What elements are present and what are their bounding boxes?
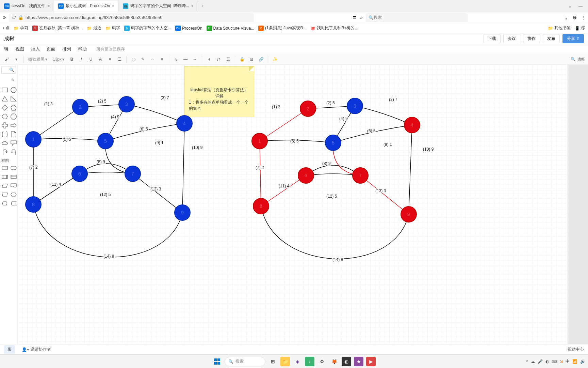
- meeting-button[interactable]: 会议: [503, 34, 520, 43]
- taskbar-search[interactable]: 🔍搜索: [225, 357, 265, 366]
- fill-icon[interactable]: ▢: [129, 55, 137, 63]
- menu-view[interactable]: 视图: [15, 46, 24, 52]
- group-icon[interactable]: ⊡: [247, 55, 256, 63]
- tab-add-button[interactable]: +: [198, 1, 208, 11]
- bookmark-4[interactable]: 📁码字: [105, 25, 120, 31]
- line-style-icon[interactable]: ═: [148, 55, 157, 63]
- chevron-down-icon[interactable]: ▾: [12, 55, 20, 63]
- bookmark-0[interactable]: •点: [3, 25, 10, 31]
- minimize-icon[interactable]: —: [578, 4, 583, 9]
- connector-icon[interactable]: ↘: [172, 55, 180, 63]
- bookmark-6[interactable]: OnProcessOn: [175, 26, 202, 31]
- app-icon-3[interactable]: ▶: [366, 357, 376, 366]
- more-icon[interactable]: ⋮: [581, 15, 585, 20]
- app-icon-1[interactable]: ◐: [342, 357, 351, 366]
- shape-stored[interactable]: [10, 200, 17, 207]
- shape-note[interactable]: [10, 131, 17, 138]
- download-icon[interactable]: ⭳: [564, 15, 568, 20]
- text-color-icon[interactable]: A: [96, 55, 104, 63]
- graph-node-4[interactable]: 4: [176, 115, 193, 132]
- bookmark-7[interactable]: UData Structure Visua...: [207, 26, 255, 31]
- chevron-up-icon[interactable]: ^: [526, 359, 528, 364]
- graph-node-3[interactable]: 3: [347, 98, 363, 114]
- shape-brace[interactable]: [1, 131, 8, 138]
- shape-callout[interactable]: [10, 140, 17, 147]
- shape-prep[interactable]: [10, 191, 17, 198]
- search-icon[interactable]: 🔍: [571, 57, 576, 62]
- bookmark-3[interactable]: 📁最近: [87, 25, 101, 31]
- bold-icon[interactable]: B: [68, 55, 76, 63]
- graph-node-3[interactable]: 3: [118, 96, 135, 112]
- graph-node-2[interactable]: 2: [72, 99, 88, 115]
- shape-uturn[interactable]: [1, 149, 8, 155]
- close-icon[interactable]: ×: [47, 4, 50, 9]
- list-icon[interactable]: ☰: [115, 55, 124, 63]
- task-view-icon[interactable]: ⊞: [268, 357, 278, 366]
- magic-icon[interactable]: ✨: [271, 55, 279, 63]
- bookmark-9[interactable]: 🐙我对比了几种B+树的...: [310, 25, 358, 31]
- start-icon[interactable]: [212, 357, 222, 366]
- shape-display[interactable]: [1, 200, 8, 207]
- distribute-icon[interactable]: ⇄: [214, 55, 223, 63]
- shape-manual[interactable]: [1, 191, 8, 198]
- publish-button[interactable]: 发布: [543, 34, 560, 43]
- graph-node-7[interactable]: 7: [352, 167, 369, 184]
- qr-icon[interactable]: 𝌆: [353, 15, 357, 20]
- sogou-icon[interactable]: S: [560, 359, 563, 364]
- volume-icon[interactable]: 🔊: [580, 359, 585, 364]
- bookmark-5[interactable]: b码字的字节的个人空...: [124, 25, 171, 31]
- shape-hexagon[interactable]: [1, 113, 8, 120]
- url-input[interactable]: 🛡 🔒 https://www.processon.com/diagraming…: [9, 13, 254, 22]
- graph-node-8[interactable]: 8: [253, 198, 269, 214]
- shape-diamond[interactable]: [1, 104, 8, 111]
- graph-node-6[interactable]: 6: [298, 167, 314, 184]
- document-title[interactable]: 成树: [4, 35, 14, 42]
- shape-triangle[interactable]: [1, 95, 8, 102]
- vs-icon[interactable]: ◈: [293, 357, 302, 366]
- shape-terminator[interactable]: [10, 165, 17, 171]
- star-icon[interactable]: ☆: [359, 15, 363, 20]
- shape-cloud[interactable]: [1, 140, 8, 147]
- align-icon[interactable]: ≡: [106, 55, 114, 63]
- line-width-icon[interactable]: ≡: [158, 55, 166, 63]
- sidebar-edit-icon[interactable]: ✎: [1, 76, 16, 84]
- mic-icon[interactable]: 🎤: [538, 359, 543, 364]
- layers-icon[interactable]: ☷: [224, 55, 232, 63]
- music-icon[interactable]: ♪: [305, 357, 314, 366]
- cloud-icon[interactable]: ☁: [531, 359, 535, 364]
- lock-icon[interactable]: 🔒: [238, 55, 246, 63]
- menu-arrange[interactable]: 排列: [62, 46, 71, 52]
- shape-internal[interactable]: [10, 173, 17, 180]
- graph-node-7[interactable]: 7: [125, 166, 141, 182]
- collab-button[interactable]: 协作: [523, 34, 540, 43]
- shape-predef[interactable]: [1, 173, 8, 180]
- close-icon[interactable]: ×: [112, 4, 114, 9]
- invite-collaborators[interactable]: 👤+邀请协作者: [22, 347, 51, 352]
- graph-node-5[interactable]: 5: [97, 133, 114, 149]
- align-left-icon[interactable]: ⫞: [205, 55, 213, 63]
- shape-arrow[interactable]: [10, 122, 17, 129]
- shape-tab[interactable]: 形: [4, 345, 15, 354]
- shape-document[interactable]: [10, 182, 17, 189]
- browser-tab-2[interactable]: 📺 码字的字节的个人空间_哔嘀哔... ×: [119, 1, 198, 12]
- arrow-end-icon[interactable]: →: [191, 55, 199, 63]
- graph-node-5[interactable]: 5: [325, 135, 341, 151]
- shape-octagon[interactable]: [10, 113, 17, 120]
- sticky-note[interactable]: kruskal算法（克鲁斯卡尔算法）详解 1：将多有的点单独看成一个一个的集合: [184, 66, 254, 117]
- font-size-select[interactable]: 13px ▾: [51, 57, 66, 62]
- graph-node-2[interactable]: 2: [300, 101, 316, 117]
- refresh-icon[interactable]: ⟳: [3, 15, 6, 20]
- bookmark-2[interactable]: 玄玄月春秋_第一章 枫秋...: [32, 25, 83, 31]
- mobile-bookmarks[interactable]: 📱移: [575, 25, 585, 31]
- canvas[interactable]: kruskal算法（克鲁斯卡尔算法）详解 1：将多有的点单独看成一个一个的集合 …: [18, 65, 568, 344]
- graph-node-4[interactable]: 4: [404, 117, 420, 133]
- firefox-icon[interactable]: 🦊: [329, 357, 339, 366]
- graph-node-8[interactable]: 8: [25, 196, 42, 213]
- onedrive-icon[interactable]: ◐: [545, 359, 549, 364]
- graph-node-1[interactable]: 1: [251, 133, 268, 149]
- dropdown-icon[interactable]: ⌄: [568, 4, 572, 9]
- graph-node-1[interactable]: 1: [25, 131, 42, 148]
- font-select[interactable]: 微软雅黑 ▾: [26, 57, 49, 62]
- close-icon[interactable]: ×: [191, 4, 194, 9]
- browser-tab-0[interactable]: On cessOn - 我的文件 ×: [0, 1, 54, 12]
